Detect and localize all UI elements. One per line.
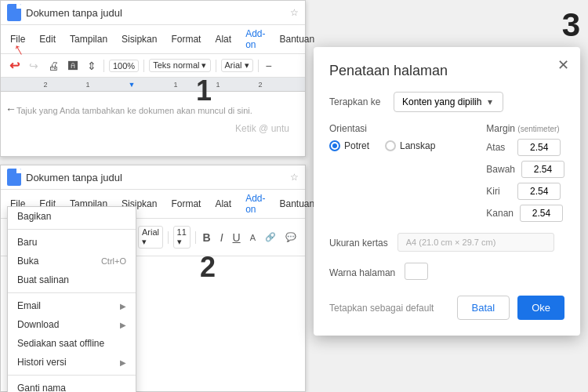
dialog-title: Penataan halaman (329, 63, 564, 79)
margin-left-row: Kiri (486, 183, 564, 200)
menu-item-email[interactable]: Email▶ (8, 296, 136, 315)
divider-4 (258, 60, 259, 72)
apply-select[interactable]: Konten yang dipilih ▾ (394, 92, 503, 112)
page-setup-dialog: ✕ Penataan halaman Terapkan ke Konten ya… (314, 47, 580, 336)
menu-item-bagikan[interactable]: Bagikan (8, 207, 136, 226)
margin-right-row: Kanan (486, 205, 564, 222)
margin-right-input[interactable] (520, 205, 563, 222)
menu-sisipkan[interactable]: Sisipkan (118, 32, 160, 46)
color-picker[interactable] (405, 263, 428, 280)
redo-button[interactable]: ↪ (27, 58, 41, 74)
paper-size-input[interactable] (397, 233, 554, 252)
bottom-divider-4 (195, 231, 196, 244)
bottom-comment[interactable]: 💬 (283, 230, 299, 244)
portrait-radio[interactable] (329, 140, 340, 151)
margin-top-row: Atas (486, 139, 564, 156)
style-select[interactable]: Teks normal ▾ (149, 59, 210, 72)
set-default-button[interactable]: Tetapkan sebagai default (329, 303, 434, 314)
menu-item-download[interactable]: Download▶ (8, 315, 136, 334)
divider-3 (216, 60, 216, 72)
menu-item-ganti-nama[interactable]: Ganti nama (8, 379, 136, 392)
menu-item-buat-salinan[interactable]: Buat salinan (8, 270, 136, 289)
doc-icon (7, 4, 21, 21)
menu-item-buka[interactable]: BukaCtrl+O (8, 252, 136, 270)
bottom-menu-addon[interactable]: Add-on (242, 191, 268, 216)
bottom-underline[interactable]: U (230, 230, 243, 245)
sidebar-back-icon[interactable]: ← (5, 103, 16, 115)
bottom-size-select[interactable]: 11 ▾ (173, 226, 191, 249)
decrease-font-button[interactable]: − (263, 58, 274, 74)
top-doc-body: ← Tajuk yang Anda tambahkan ke dokumen a… (1, 92, 305, 130)
bottom-star-icon[interactable]: ☆ (290, 172, 299, 183)
label-3: 3 (562, 6, 580, 44)
paper-size-label: Ukuran kertas (329, 233, 388, 249)
bottom-link[interactable]: 🔗 (263, 230, 278, 244)
bottom-document-window: Dokumen tanpa judul ☆ File Edit Tampilan… (0, 165, 306, 392)
star-icon[interactable]: ☆ (290, 7, 299, 18)
menu-file[interactable]: File (7, 32, 28, 46)
margin-top-input[interactable] (517, 139, 561, 156)
bottom-menu-alat[interactable]: Alat (212, 197, 234, 211)
orientation-options: Potret Lanskap (329, 140, 470, 151)
bottom-menu-bantuan[interactable]: Bantuan (276, 197, 318, 211)
menu-format[interactable]: Format (168, 32, 204, 46)
divider3 (8, 375, 136, 376)
margin-left-input[interactable] (517, 183, 561, 200)
bottom-titlebar: Dokumen tanpa judul ☆ (1, 165, 305, 190)
dialog-footer: Tetapkan sebagai default Batal Oke (329, 296, 564, 320)
apply-label: Terapkan ke (329, 92, 384, 107)
chevron-down-icon: ▾ (488, 96, 492, 107)
print-button[interactable]: 🖨 (45, 58, 61, 74)
dialog-close-button[interactable]: ✕ (557, 56, 569, 74)
page-color-row: Warna halaman (329, 263, 564, 280)
page-color-label: Warna halaman (329, 263, 395, 278)
bottom-color[interactable]: A (248, 231, 258, 244)
margin-bottom-row: Bawah (486, 161, 564, 178)
menu-item-offline[interactable]: Sediakan saat offline (8, 334, 136, 353)
top-menubar: File Edit Tampilan Sisipkan Format Alat … (1, 25, 305, 54)
menu-item-baru[interactable]: Baru (8, 233, 136, 252)
undo-button[interactable]: ↩ (7, 56, 22, 74)
zoom-select[interactable]: 100% (109, 60, 139, 72)
cursor-button[interactable]: ⇕ (85, 58, 99, 74)
font-select[interactable]: Arial ▾ (221, 59, 253, 72)
top-toolbar: ↩ ↪ 🖨 🅰 ⇕ 100% Teks normal ▾ Arial ▾ − (1, 54, 305, 78)
placeholder-text: Tajuk yang Anda tambahkan ke dokumen aka… (16, 104, 289, 118)
margin-section: Margin (sentimeter) Atas Bawah Kiri Kana… (486, 123, 564, 222)
bottom-font-select[interactable]: Arial ▾ (138, 226, 163, 249)
landscape-option[interactable]: Lanskap (385, 140, 435, 151)
menu-bantuan[interactable]: Bantuan (276, 32, 318, 46)
menu-addon[interactable]: Add-on (242, 27, 268, 52)
bottom-menu-format[interactable]: Format (168, 197, 204, 211)
top-ruler: 2 1 ▼ 1 1 2 (1, 78, 305, 92)
type-hint: Ketik @ untu (235, 123, 289, 134)
divider-1 (103, 60, 104, 72)
ruler-marks: 2 1 ▼ 1 1 2 (24, 81, 281, 89)
top-document-window: Dokumen tanpa judul ☆ File Edit Tampilan… (0, 0, 306, 157)
ok-button[interactable]: Oke (517, 296, 564, 320)
bottom-bold[interactable]: B (201, 230, 213, 245)
bottom-doc-icon (7, 169, 21, 186)
landscape-radio[interactable] (385, 140, 396, 151)
orientation-label: Orientasi (329, 123, 470, 134)
divider (8, 229, 136, 230)
paint-format-button[interactable]: 🅰 (66, 59, 80, 73)
footer-buttons: Batal Oke (457, 296, 564, 320)
bottom-divider-3 (168, 231, 169, 244)
apply-row: Terapkan ke Konten yang dipilih ▾ (329, 92, 564, 112)
divider-2 (143, 60, 144, 72)
bottom-italic[interactable]: I (218, 230, 226, 245)
margin-bottom-input[interactable] (521, 161, 564, 178)
bottom-doc-title: Dokumen tanpa judul (26, 172, 285, 183)
menu-item-histori[interactable]: Histori versi▶ (8, 353, 136, 372)
top-titlebar: Dokumen tanpa judul ☆ (1, 1, 305, 25)
portrait-option[interactable]: Potret (329, 140, 369, 151)
file-menu-dropdown: Bagikan Baru BukaCtrl+O Buat salinan Ema… (7, 206, 136, 392)
menu-edit[interactable]: Edit (36, 32, 59, 46)
menu-alat[interactable]: Alat (212, 32, 234, 46)
paper-size-row: Ukuran kertas (329, 233, 564, 252)
divider2 (8, 292, 136, 293)
menu-tampilan[interactable]: Tampilan (67, 32, 111, 46)
top-doc-title: Dokumen tanpa judul (26, 7, 285, 19)
cancel-button[interactable]: Batal (457, 296, 510, 320)
